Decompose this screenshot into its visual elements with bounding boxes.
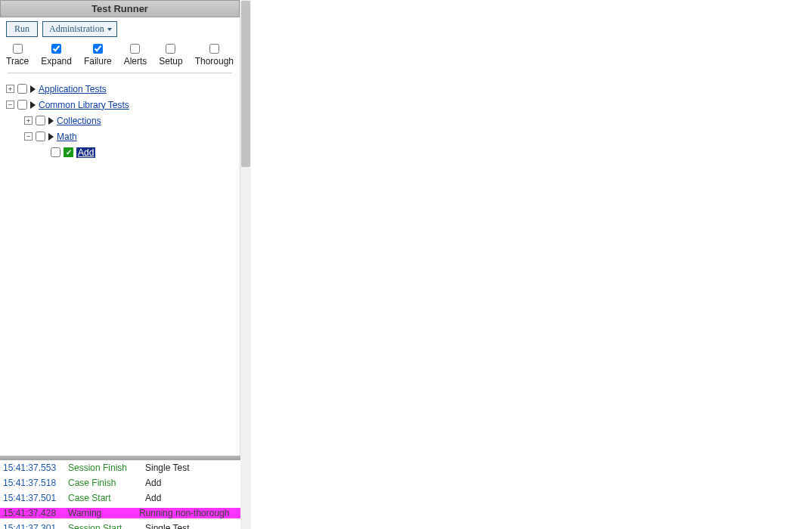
log-row: 15:41:37.518Case FinishAdd [0, 475, 240, 490]
option-label-thorough: Thorough [195, 56, 234, 67]
expand-icon[interactable]: + [24, 116, 33, 125]
option-checkbox-thorough[interactable] [209, 44, 219, 54]
option-label-trace: Trace [6, 56, 29, 67]
tree-checkbox[interactable] [36, 116, 45, 125]
log-message: Single Test [138, 462, 240, 473]
expand-icon[interactable]: + [6, 85, 14, 93]
log-timestamp: 15:41:37.428 [0, 508, 67, 518]
option-label-alerts: Alerts [124, 56, 147, 67]
log-type: Case Finish [67, 478, 138, 488]
log-row: 15:41:37.553Session FinishSingle Test [0, 460, 240, 475]
option-checkbox-expand[interactable] [51, 44, 61, 54]
log-timestamp: 15:41:37.301 [0, 523, 67, 529]
collapse-icon[interactable]: − [24, 132, 33, 141]
tree-link-app-tests[interactable]: Application Tests [39, 84, 107, 94]
tree-row-app-tests: + Application Tests [6, 81, 234, 97]
option-expand: Expand [41, 43, 72, 67]
scrollbar-thumb[interactable] [241, 1, 250, 167]
chevron-down-icon [107, 28, 112, 31]
log-row: 15:41:37.301Session StartSingle Test [0, 521, 240, 529]
pass-icon: ✓ [64, 147, 73, 157]
log-type: Session Finish [67, 462, 138, 473]
toolbar: Run Administration [0, 17, 240, 40]
tree-checkbox[interactable] [17, 84, 27, 94]
test-tree: + Application Tests − Common Library Tes… [0, 73, 240, 166]
tree-checkbox[interactable] [17, 100, 27, 110]
collapse-icon[interactable]: − [6, 101, 14, 109]
option-trace: Trace [6, 43, 29, 67]
tree-row-math: − Math [6, 128, 234, 144]
administration-dropdown[interactable]: Administration [42, 21, 117, 37]
log-message: Running non-thorough [138, 508, 240, 518]
tree-link-common-lib[interactable]: Common Library Tests [39, 100, 129, 110]
log-timestamp: 15:41:37.518 [0, 478, 67, 488]
log-message: Add [138, 493, 240, 503]
panel-title: Test Runner [0, 0, 240, 17]
log-message: Add [138, 478, 240, 488]
tree-row-collections: + Collections [6, 113, 234, 128]
option-label-setup: Setup [159, 56, 182, 67]
option-checkbox-setup[interactable] [166, 44, 175, 54]
tree-row-add: ✓ Add [6, 144, 234, 160]
option-label-expand: Expand [41, 56, 72, 67]
option-label-failure: Failure [84, 56, 112, 67]
log-timestamp: 15:41:37.553 [0, 462, 67, 473]
option-thorough: Thorough [195, 43, 234, 67]
log-row: 15:41:37.428WarningRunning non-thorough [0, 506, 240, 521]
play-icon[interactable] [48, 133, 54, 141]
tree-link-add[interactable]: Add [76, 147, 95, 158]
play-icon[interactable] [30, 101, 36, 109]
option-alerts: Alerts [124, 43, 147, 67]
log-type: Warning [67, 508, 138, 518]
play-icon[interactable] [30, 85, 36, 93]
option-checkbox-trace[interactable] [13, 44, 23, 54]
tree-link-collections[interactable]: Collections [57, 116, 101, 126]
tree-checkbox[interactable] [36, 131, 45, 141]
log-timestamp: 15:41:37.501 [0, 493, 67, 503]
log-type: Case Start [67, 493, 138, 503]
option-checkbox-failure[interactable] [93, 44, 103, 54]
log-message: Single Test [138, 523, 240, 529]
vertical-scrollbar[interactable] [240, 0, 251, 529]
log-row: 15:41:37.501Case StartAdd [0, 490, 240, 506]
play-icon[interactable] [48, 117, 54, 125]
tree-row-common-lib: − Common Library Tests [6, 97, 234, 113]
run-button[interactable]: Run [6, 21, 38, 37]
options-row: TraceExpandFailureAlertsSetupThoroughPar… [0, 40, 240, 68]
tree-link-math[interactable]: Math [57, 131, 77, 142]
test-runner-panel: Test Runner Run Administration TraceExpa… [0, 0, 240, 529]
option-failure: Failure [84, 43, 112, 67]
administration-label: Administration [49, 23, 104, 35]
log-type: Session Start [67, 523, 138, 529]
option-checkbox-alerts[interactable] [130, 44, 140, 54]
log-panel: 15:41:37.553Session FinishSingle Test15:… [0, 460, 240, 529]
option-setup: Setup [159, 43, 182, 67]
tree-checkbox[interactable] [51, 147, 60, 157]
